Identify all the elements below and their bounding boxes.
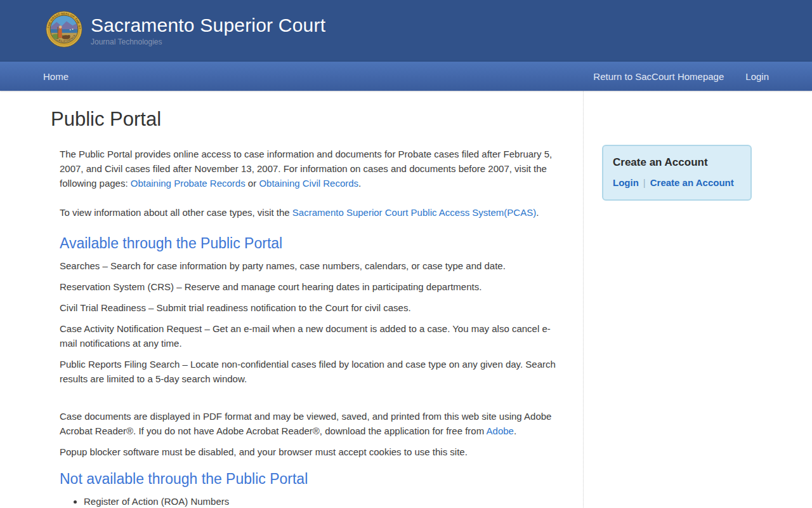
intro-paragraph: The Public Portal provides online access… <box>60 147 558 190</box>
obtaining-probate-records-link[interactable]: Obtaining Probate Records <box>131 178 246 189</box>
obtaining-civil-records-link[interactable]: Obtaining Civil Records <box>259 178 358 189</box>
pcas-link[interactable]: Sacramento Superior Court Public Access … <box>292 207 536 218</box>
adobe-link[interactable]: Adobe <box>487 425 514 436</box>
create-account-box-title: Create an Account <box>613 156 741 169</box>
feature-civil-trial-readiness: Civil Trial Readiness – Submit trial rea… <box>60 300 558 315</box>
nav-home-link[interactable]: Home <box>41 71 71 82</box>
site-subtitle: Journal Technologies <box>91 37 325 46</box>
pcas-paragraph: To view information about all other case… <box>60 205 558 220</box>
content-area: Public Portal The Public Portal provides… <box>0 91 812 508</box>
sidebar-create-account-link[interactable]: Create an Account <box>650 177 734 188</box>
nav-login-link[interactable]: Login <box>743 71 771 82</box>
available-section-heading: Available through the Public Portal <box>60 234 558 252</box>
sidebar: Create an Account Login|Create an Accoun… <box>584 91 771 508</box>
feature-reservation-system: Reservation System (CRS) – Reserve and m… <box>60 279 558 294</box>
not-available-section-heading: Not available through the Public Portal <box>60 470 558 488</box>
main-column: Public Portal The Public Portal provides… <box>41 91 584 508</box>
list-item-roa-numbers: Register of Action (ROA) Numbers <box>84 494 558 508</box>
popup-blocker-note: Popup blocker software must be disabled,… <box>60 444 558 459</box>
brand: Sacramento Superior Court Journal Techno… <box>91 15 325 46</box>
california-state-seal-icon: THE GREAT SEAL OF THE STATE OF CALIFORNI… <box>46 11 82 50</box>
link-separator: | <box>643 177 646 188</box>
sidebar-login-link[interactable]: Login <box>613 177 639 188</box>
feature-case-activity-notification: Case Activity Notification Request – Get… <box>60 321 558 351</box>
site-title: Sacramento Superior Court <box>91 15 325 36</box>
create-account-box: Create an Account Login|Create an Accoun… <box>602 145 752 201</box>
main-nav: Home Return to SacCourt Homepage Login <box>0 61 812 91</box>
page-title: Public Portal <box>51 108 558 131</box>
not-available-list: Register of Action (ROA) Numbers <box>84 494 558 508</box>
adobe-paragraph: Case documents are displayed in PDF form… <box>60 409 558 438</box>
feature-public-reports-filing-search: Public Reports Filing Search – Locate no… <box>60 357 558 386</box>
feature-searches: Searches – Search for case information b… <box>60 258 558 273</box>
nav-return-homepage-link[interactable]: Return to SacCourt Homepage <box>591 71 726 82</box>
app-header: THE GREAT SEAL OF THE STATE OF CALIFORNI… <box>0 0 812 61</box>
